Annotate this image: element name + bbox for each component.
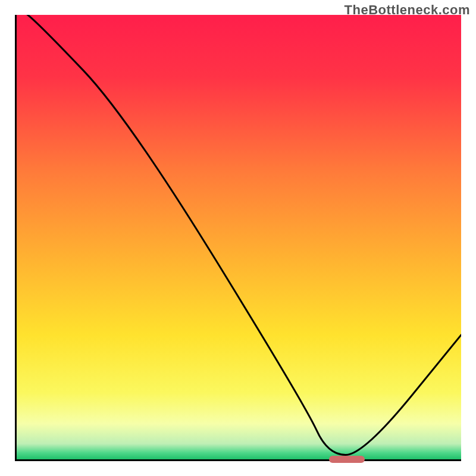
plot-area: [15, 15, 461, 461]
bottleneck-curve: [17, 15, 461, 459]
chart-container: TheBottleneck.com: [0, 0, 476, 476]
optimal-range-marker: [329, 456, 365, 463]
